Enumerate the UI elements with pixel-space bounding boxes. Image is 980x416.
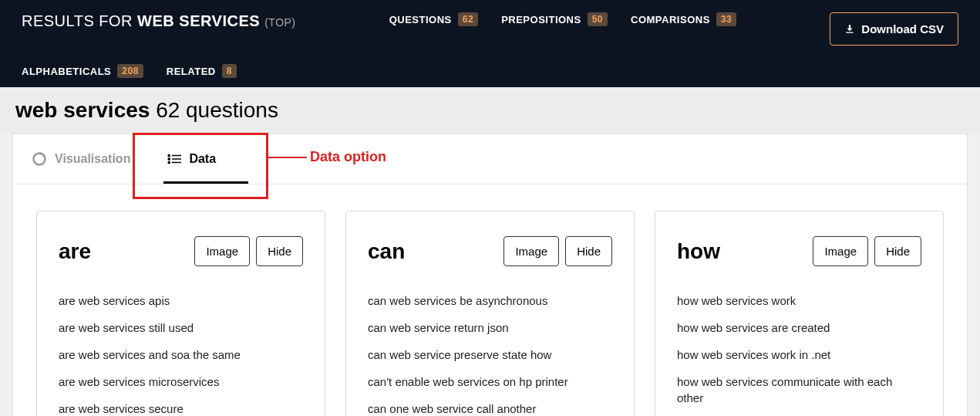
results-title: RESULTS FOR WEB SERVICES (TOP) — [22, 12, 296, 30]
page-subheader: web services 62 questions — [0, 87, 980, 134]
badge-comparisons: 33 — [716, 12, 736, 26]
nav-tab-comparisons[interactable]: COMPARISONS 33 — [631, 12, 736, 26]
view-tabs: Visualisation Data — [13, 134, 967, 184]
badge-questions: 62 — [458, 12, 478, 26]
hide-button[interactable]: Hide — [256, 236, 303, 266]
image-button[interactable]: Image — [194, 236, 250, 266]
list-item[interactable]: can't enable web services on hp printer — [368, 374, 612, 390]
list-item[interactable]: are web services secure — [59, 401, 303, 416]
nav-tab-alphabeticals[interactable]: ALPHABETICALS 208 — [22, 64, 143, 78]
list-item[interactable]: how web services are created — [677, 320, 921, 336]
list-item[interactable]: how web services work — [677, 293, 921, 309]
svg-point-1 — [169, 154, 170, 156]
list-item[interactable]: can web service return json — [368, 320, 612, 336]
card-title: how — [677, 239, 720, 264]
annotation-label: Data option — [310, 149, 386, 165]
card-title: can — [368, 239, 405, 264]
list-item[interactable]: can web services be asynchronous — [368, 293, 612, 309]
cards-container: are Image Hide are web services apis are… — [13, 184, 967, 416]
nav-tab-prepositions[interactable]: PREPOSITIONS 50 — [501, 12, 608, 26]
nav-tab-related[interactable]: RELATED 8 — [167, 64, 237, 78]
list-item[interactable]: can web service preserve state how — [368, 347, 612, 363]
visualisation-icon — [32, 151, 47, 167]
annotation-line — [268, 157, 307, 158]
list-item[interactable]: can one web service call another — [368, 401, 612, 416]
nav-tabs-row2: ALPHABETICALS 208 RELATED 8 — [22, 64, 958, 78]
header-bar: RESULTS FOR WEB SERVICES (TOP) QUESTIONS… — [0, 0, 980, 87]
card-how: how Image Hide how web services work how… — [655, 211, 944, 416]
list-item[interactable]: are web services apis — [59, 293, 303, 309]
nav-tab-questions[interactable]: QUESTIONS 62 — [389, 12, 478, 26]
svg-point-3 — [169, 158, 170, 160]
badge-alphabeticals: 208 — [117, 64, 143, 78]
list-item[interactable]: are web services microservices — [59, 374, 303, 390]
badge-related: 8 — [222, 64, 237, 78]
download-csv-button[interactable]: Download CSV — [830, 12, 958, 46]
tab-visualisation[interactable]: Visualisation — [13, 134, 149, 184]
content-panel: Visualisation Data are Image Hide are we… — [12, 134, 968, 416]
svg-point-5 — [169, 161, 170, 163]
list-item[interactable]: are web services and soa the same — [59, 347, 303, 363]
image-button[interactable]: Image — [813, 236, 868, 266]
list-item[interactable]: how web services communicate with each o… — [677, 374, 921, 406]
nav-tabs-row1: QUESTIONS 62 PREPOSITIONS 50 COMPARISONS… — [389, 12, 736, 26]
hide-button[interactable]: Hide — [874, 236, 921, 266]
tab-data[interactable]: Data — [149, 134, 234, 184]
badge-prepositions: 50 — [588, 12, 608, 26]
card-can: can Image Hide can web services be async… — [345, 211, 635, 416]
list-item[interactable]: are web services still used — [59, 320, 303, 336]
image-button[interactable]: Image — [503, 236, 559, 266]
card-are: are Image Hide are web services apis are… — [36, 211, 325, 416]
card-title: are — [59, 239, 91, 264]
hide-button[interactable]: Hide — [565, 236, 612, 266]
list-item[interactable]: how web services work in .net — [677, 347, 921, 363]
list-icon — [167, 154, 181, 164]
download-icon — [844, 24, 855, 35]
